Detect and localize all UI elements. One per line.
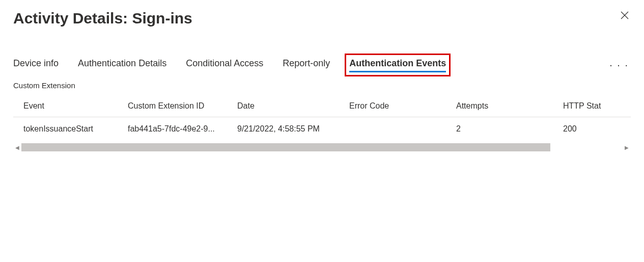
panel-header: Activity Details: Sign-ins: [13, 9, 631, 28]
col-header-http[interactable]: HTTP Stat: [558, 96, 631, 117]
events-table-wrapper: Event Custom Extension ID Date Error Cod…: [13, 96, 631, 151]
tab-conditional-access[interactable]: Conditional Access: [186, 58, 263, 72]
col-header-extid[interactable]: Custom Extension ID: [123, 96, 232, 117]
scrollbar-track[interactable]: [21, 143, 623, 151]
horizontal-scrollbar[interactable]: ◀ ▶: [13, 143, 631, 151]
col-header-error[interactable]: Error Code: [344, 96, 451, 117]
table-row[interactable]: tokenIssuanceStart fab441a5-7fdc-49e2-9.…: [13, 117, 631, 142]
col-header-event[interactable]: Event: [13, 96, 123, 117]
tab-authentication-events[interactable]: Authentication Events: [349, 58, 446, 72]
scrollbar-thumb[interactable]: [21, 143, 550, 151]
tab-report-only[interactable]: Report-only: [283, 58, 330, 72]
col-header-attempts[interactable]: Attempts: [451, 96, 558, 117]
more-button[interactable]: · · ·: [607, 59, 631, 71]
tabs-row: Device info Authentication Details Condi…: [13, 58, 631, 72]
scroll-left-arrow-icon[interactable]: ◀: [13, 143, 21, 151]
tab-list: Device info Authentication Details Condi…: [13, 58, 607, 72]
table-header-row: Event Custom Extension ID Date Error Cod…: [13, 96, 631, 117]
page-title: Activity Details: Sign-ins: [13, 9, 192, 28]
scroll-right-arrow-icon[interactable]: ▶: [623, 143, 631, 151]
cell-attempts: 2: [451, 117, 558, 142]
more-icon: · · ·: [609, 59, 629, 70]
cell-event: tokenIssuanceStart: [13, 117, 123, 142]
events-table: Event Custom Extension ID Date Error Cod…: [13, 96, 631, 142]
col-header-date[interactable]: Date: [232, 96, 344, 117]
tab-device-info[interactable]: Device info: [13, 58, 59, 72]
activity-details-panel: Activity Details: Sign-ins Device info A…: [0, 0, 644, 262]
section-label: Custom Extension: [13, 81, 631, 90]
cell-date: 9/21/2022, 4:58:55 PM: [232, 117, 344, 142]
tab-authentication-details[interactable]: Authentication Details: [78, 58, 166, 72]
cell-extid: fab441a5-7fdc-49e2-9...: [123, 117, 232, 142]
close-icon: [621, 13, 629, 21]
close-button[interactable]: [619, 9, 631, 21]
cell-http: 200: [558, 117, 631, 142]
cell-error: [344, 117, 451, 142]
